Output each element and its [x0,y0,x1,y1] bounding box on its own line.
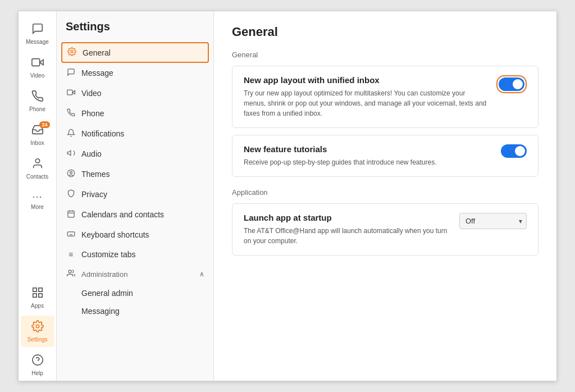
sidebar-sub-label-messaging: Messaging [81,307,120,316]
card-launch-startup-text: Launch app at startup The AT&T Office@Ha… [244,213,450,246]
icon-nav: Message Video Phone 24 [19,11,57,381]
card-feature-tutorials-text: New feature tutorials Receive pop-up ste… [244,144,437,167]
toggle-feature-tutorials[interactable] [501,144,527,158]
main-content: General General New app layout with unif… [214,11,556,381]
nav-item-more[interactable]: ··· More [21,186,54,215]
toggle-unified-inbox[interactable] [499,78,524,91]
svg-rect-12 [67,90,72,95]
nav-item-help[interactable]: Help [21,349,54,381]
phone-icon [31,90,44,105]
sidebar-label-calendars: Calendars and contacts [81,210,164,219]
sidebar-item-general[interactable]: General [61,42,209,63]
nav-label-help: Help [31,370,43,376]
svg-rect-5 [38,294,42,297]
toggle-unified-inbox-wrap[interactable] [496,75,527,93]
sidebar-themes-icon [66,169,76,179]
dropdown-launch-startup[interactable]: Off On [459,213,527,229]
nav-item-inbox[interactable]: 24 Inbox [21,119,54,151]
sidebar-label-phone: Phone [81,109,104,118]
card-feature-tutorials-title: New feature tutorials [244,144,437,154]
card-launch-startup-title: Launch app at startup [244,213,450,222]
settings-nav-icon [31,320,44,335]
sidebar-admin-icon [66,269,76,279]
contacts-icon [31,157,44,172]
apps-icon [31,286,44,302]
sidebar-label-customize: Customize tabs [81,250,135,259]
sidebar-item-privacy[interactable]: Privacy [57,184,213,204]
chevron-up-icon: ∧ [199,270,204,278]
sidebar-item-calendars[interactable]: Calendars and contacts [57,204,213,225]
sidebar-item-themes[interactable]: Themes [57,164,213,184]
video-icon [31,56,44,71]
settings-title: Settings [57,20,213,42]
svg-rect-3 [33,288,36,291]
card-unified-inbox-title: New app layout with unified inbox [244,75,487,85]
svg-marker-0 [39,60,43,65]
sidebar-notifications-icon [66,129,76,139]
sidebar-phone-icon [66,108,76,118]
card-unified-inbox: New app layout with unified inbox Try ou… [232,66,539,128]
settings-sidebar: Settings General Message [57,11,214,381]
svg-rect-16 [67,211,74,217]
card-unified-inbox-description: Try our new app layout optimized for mul… [244,88,487,118]
nav-label-settings: Settings [27,336,47,343]
dropdown-container-startup[interactable]: Off On [459,213,527,229]
nav-item-settings[interactable]: Settings [21,316,54,347]
sidebar-sub-general-admin[interactable]: General admin [57,284,213,302]
sidebar-label-message: Message [81,69,113,78]
nav-label-phone: Phone [29,106,45,112]
card-unified-inbox-text: New app layout with unified inbox Try ou… [244,75,487,118]
svg-point-15 [70,171,72,174]
svg-rect-4 [38,288,42,291]
svg-rect-1 [31,59,39,66]
sidebar-sub-messaging[interactable]: Messaging [57,302,213,320]
sidebar-admin-header[interactable]: Administration ∧ [57,264,213,284]
sidebar-message-icon [66,68,76,78]
svg-point-21 [69,270,71,273]
sidebar-item-video[interactable]: Video [57,83,213,103]
sidebar-item-customize[interactable]: ≡ Customize tabs [57,245,213,264]
sidebar-calendars-icon [66,209,76,220]
inbox-badge: 24 [39,121,49,128]
sidebar-label-notifications: Notifications [81,129,124,138]
app-window: Message Video Phone 24 [18,11,557,381]
sidebar-item-phone[interactable]: Phone [57,103,213,124]
sidebar-item-notifications[interactable]: Notifications [57,124,213,144]
card-feature-tutorials: New feature tutorials Receive pop-up ste… [232,135,539,177]
sidebar-keyboard-icon [66,230,76,240]
svg-point-2 [35,159,39,163]
nav-item-video[interactable]: Video [21,52,54,83]
nav-label-apps: Apps [31,303,44,309]
sidebar-privacy-icon [66,189,76,199]
svg-point-8 [32,355,42,365]
sidebar-item-message[interactable]: Message [57,63,213,83]
svg-point-7 [36,325,39,328]
nav-item-message[interactable]: Message [21,18,54,49]
nav-label-contacts: Contacts [26,174,48,180]
nav-item-contacts[interactable]: Contacts [21,153,54,184]
sidebar-item-audio[interactable]: Audio [57,144,213,164]
sidebar-customize-icon: ≡ [66,250,76,259]
card-launch-startup: Launch app at startup The AT&T Office@Ha… [232,203,539,256]
nav-label-message: Message [26,39,49,45]
nav-label-more: More [31,204,44,210]
sidebar-item-keyboard[interactable]: Keyboard shortcuts [57,225,213,245]
sidebar-label-audio: Audio [81,149,102,158]
card-feature-tutorials-description: Receive pop-up step-by-step guides that … [244,157,437,167]
sidebar-label-keyboard: Keyboard shortcuts [81,230,149,239]
sidebar-sub-label-general-admin: General admin [81,289,133,298]
sidebar-label-video: Video [81,89,102,98]
sidebar-audio-icon [66,149,76,159]
sidebar-label-general: General [83,48,111,57]
sidebar-video-icon [66,88,76,98]
section-label-application: Application [232,188,539,197]
nav-item-apps[interactable]: Apps [21,282,54,313]
more-icon: ··· [32,191,42,203]
card-launch-startup-description: The AT&T Office@Hand app will launch aut… [244,226,450,246]
svg-point-10 [71,51,73,53]
nav-label-inbox: Inbox [30,140,44,146]
nav-item-phone[interactable]: Phone [21,85,54,117]
sidebar-label-privacy: Privacy [81,190,107,199]
sidebar-label-themes: Themes [81,170,110,179]
help-icon [31,354,44,369]
